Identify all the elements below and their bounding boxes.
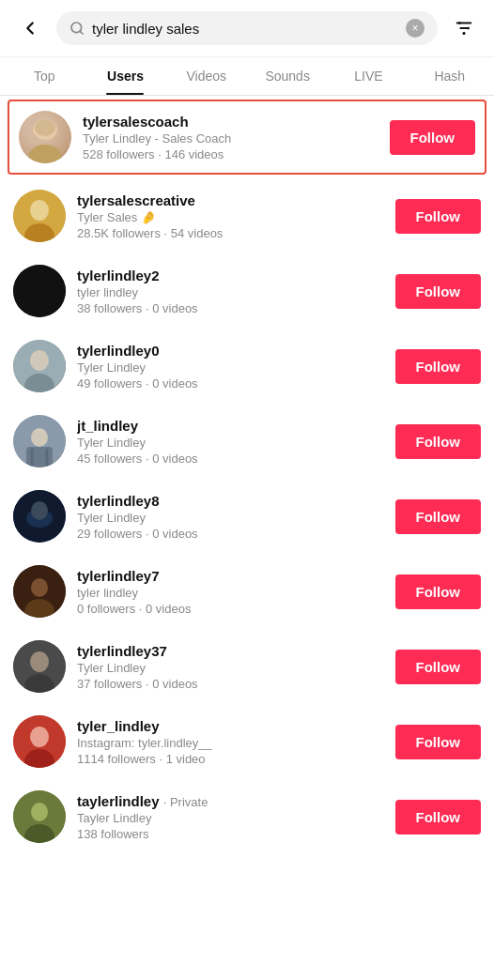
svg-point-31 bbox=[30, 651, 49, 672]
search-icon bbox=[69, 21, 85, 36]
user-stats: 528 followers · 146 videos bbox=[83, 147, 378, 161]
search-bar: × bbox=[56, 11, 438, 45]
svg-point-17 bbox=[30, 350, 49, 371]
user-stats: 0 followers · 0 videos bbox=[77, 602, 384, 616]
user-stats: 45 followers · 0 videos bbox=[77, 452, 384, 466]
username: tylerlindley2 bbox=[77, 268, 384, 283]
user-stats: 38 followers · 0 videos bbox=[77, 301, 384, 315]
tab-users[interactable]: Users bbox=[85, 57, 165, 95]
user-stats: 37 followers · 0 videos bbox=[77, 677, 384, 691]
private-tag: · Private bbox=[163, 795, 208, 809]
avatar bbox=[13, 490, 66, 543]
tab-videos[interactable]: Videos bbox=[166, 57, 247, 95]
avatar bbox=[13, 790, 66, 843]
username: tylerlindley37 bbox=[77, 643, 384, 659]
follow-button[interactable]: Follow bbox=[395, 574, 482, 609]
username: jt_lindley bbox=[77, 418, 384, 434]
svg-point-13 bbox=[30, 200, 49, 221]
user-info: tylersalescoach Tyler Lindley - Sales Co… bbox=[83, 114, 378, 161]
follow-button[interactable]: Follow bbox=[395, 499, 482, 534]
svg-point-6 bbox=[467, 27, 470, 30]
avatar bbox=[13, 340, 66, 392]
follow-button[interactable]: Follow bbox=[395, 349, 482, 384]
tab-live[interactable]: LIVE bbox=[328, 57, 409, 95]
list-item[interactable]: jt_lindley Tyler Lindley 45 followers · … bbox=[0, 404, 494, 479]
svg-point-28 bbox=[31, 578, 48, 597]
user-info: tylerlindley8 Tyler Lindley 29 followers… bbox=[77, 493, 384, 541]
user-info: taylerlindley · Private Tayler Lindley 1… bbox=[77, 793, 384, 841]
follow-button[interactable]: Follow bbox=[395, 424, 482, 459]
svg-point-7 bbox=[463, 32, 466, 35]
svg-point-15 bbox=[13, 265, 66, 317]
user-info: tyler_lindley Instagram: tyler.lindley__… bbox=[77, 718, 384, 766]
filter-button[interactable] bbox=[447, 11, 481, 45]
display-name: Instagram: tyler.lindley__ bbox=[77, 736, 384, 750]
avatar bbox=[13, 640, 66, 693]
user-stats: 49 followers · 0 videos bbox=[77, 376, 384, 390]
tab-hashtags[interactable]: Hash bbox=[409, 57, 490, 95]
tabs-bar: Top Users Videos Sounds LIVE Hash bbox=[0, 57, 494, 96]
username: tylerlindley8 bbox=[77, 493, 384, 509]
list-item[interactable]: taylerlindley · Private Tayler Lindley 1… bbox=[0, 779, 494, 854]
username: taylerlindley · Private bbox=[77, 793, 384, 809]
header: × bbox=[0, 0, 494, 57]
list-item[interactable]: tyler_lindley Instagram: tyler.lindley__… bbox=[0, 704, 494, 779]
user-stats: 28.5K followers · 54 videos bbox=[77, 226, 384, 240]
user-stats: 1114 followers · 1 video bbox=[77, 752, 384, 766]
follow-button[interactable]: Follow bbox=[395, 800, 482, 835]
list-item[interactable]: tylerlindley2 tyler lindley 38 followers… bbox=[0, 253, 494, 329]
tab-top[interactable]: Top bbox=[4, 57, 85, 95]
list-item[interactable]: tylerlindley0 Tyler Lindley 49 followers… bbox=[0, 329, 494, 404]
display-name: Tyler Sales 🤌 bbox=[77, 210, 384, 224]
avatar bbox=[13, 190, 66, 242]
user-info: tylerlindley7 tyler lindley 0 followers … bbox=[77, 568, 384, 616]
avatar bbox=[19, 111, 71, 163]
user-info: tylerlindley2 tyler lindley 38 followers… bbox=[77, 268, 384, 315]
svg-point-9 bbox=[28, 145, 62, 163]
display-name: Tyler Lindley bbox=[77, 436, 384, 450]
user-info: jt_lindley Tyler Lindley 45 followers · … bbox=[77, 418, 384, 466]
display-name: Tyler Lindley bbox=[77, 360, 384, 375]
svg-rect-21 bbox=[26, 447, 53, 467]
user-info: tylerlindley37 Tyler Lindley 37 follower… bbox=[77, 643, 384, 691]
user-stats: 29 followers · 0 videos bbox=[77, 527, 384, 541]
avatar bbox=[13, 715, 66, 768]
username: tylerlindley7 bbox=[77, 568, 384, 584]
username: tylersalescoach bbox=[83, 114, 378, 130]
display-name: Tyler Lindley - Sales Coach bbox=[83, 131, 378, 145]
username: tyler_lindley bbox=[77, 718, 384, 734]
avatar bbox=[13, 265, 66, 317]
follow-button[interactable]: Follow bbox=[390, 120, 476, 155]
user-list: tylersalescoach Tyler Lindley - Sales Co… bbox=[0, 100, 494, 854]
follow-button[interactable]: Follow bbox=[395, 199, 482, 234]
svg-line-1 bbox=[80, 31, 83, 34]
avatar bbox=[13, 415, 66, 467]
avatar bbox=[13, 565, 66, 618]
username: tylerlindley0 bbox=[77, 343, 384, 359]
display-name: tyler lindley bbox=[77, 285, 384, 299]
follow-button[interactable]: Follow bbox=[395, 650, 482, 684]
svg-point-26 bbox=[31, 501, 48, 520]
back-button[interactable] bbox=[13, 11, 47, 45]
svg-point-20 bbox=[31, 428, 48, 447]
svg-point-5 bbox=[458, 22, 461, 24]
list-item[interactable]: tylersalescreative Tyler Sales 🤌 28.5K f… bbox=[0, 178, 494, 253]
user-info: tylerlindley0 Tyler Lindley 49 followers… bbox=[77, 343, 384, 390]
svg-point-34 bbox=[30, 727, 49, 747]
user-stats: 138 followers bbox=[77, 827, 384, 841]
svg-point-37 bbox=[31, 803, 48, 821]
username: tylersalescreative bbox=[77, 192, 384, 208]
display-name: Tyler Lindley bbox=[77, 661, 384, 675]
follow-button[interactable]: Follow bbox=[395, 725, 482, 759]
user-info: tylersalescreative Tyler Sales 🤌 28.5K f… bbox=[77, 192, 384, 240]
search-input[interactable] bbox=[92, 21, 398, 37]
svg-point-11 bbox=[35, 119, 55, 136]
list-item[interactable]: tylerlindley7 tyler lindley 0 followers … bbox=[0, 554, 494, 629]
follow-button[interactable]: Follow bbox=[395, 274, 482, 309]
clear-button[interactable]: × bbox=[406, 19, 425, 38]
list-item[interactable]: tylerlindley37 Tyler Lindley 37 follower… bbox=[0, 629, 494, 704]
list-item[interactable]: tylerlindley8 Tyler Lindley 29 followers… bbox=[0, 479, 494, 554]
display-name: Tyler Lindley bbox=[77, 511, 384, 525]
list-item[interactable]: tylersalescoach Tyler Lindley - Sales Co… bbox=[8, 100, 486, 175]
tab-sounds[interactable]: Sounds bbox=[247, 57, 328, 95]
